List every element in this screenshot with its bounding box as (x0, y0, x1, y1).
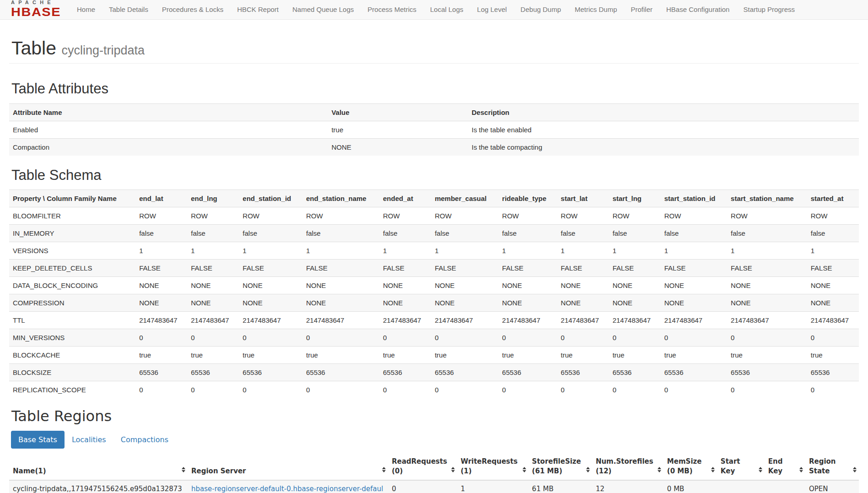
nav-item: Profiler (624, 0, 660, 19)
nav-item: Procedures & Locks (155, 0, 230, 19)
schema-property-value: false (557, 225, 609, 242)
schema-property-value: NONE (187, 294, 239, 312)
nav-link-process-metrics[interactable]: Process Metrics (361, 0, 423, 19)
regions-column-label: Region Server (191, 467, 246, 475)
regions-column-header[interactable]: Num.Storefiles (12) (592, 453, 663, 480)
regions-column-header[interactable]: StorefileSize (61 MB) (528, 453, 592, 480)
regions-tab-link[interactable]: Localities (65, 431, 113, 449)
nav-item: Startup Progress (736, 0, 802, 19)
nav-link-log-level[interactable]: Log Level (470, 0, 514, 19)
region-state: OPEN (805, 480, 859, 493)
nav-item: Metrics Dump (568, 0, 624, 19)
regions-column-label: WriteRequests (1) (461, 457, 518, 475)
nav-link-hbck-report[interactable]: HBCK Report (230, 0, 286, 19)
schema-property-value: 1 (609, 242, 661, 260)
attribute-value: true (328, 121, 468, 139)
schema-property-value: 0 (431, 381, 498, 399)
regions-column-header[interactable]: Start Key (717, 453, 765, 480)
nav-link-metrics-dump[interactable]: Metrics Dump (568, 0, 624, 19)
sort-icon[interactable] (658, 467, 661, 472)
schema-row: KEEP_DELETED_CELLSFALSEFALSEFALSEFALSEFA… (9, 260, 859, 277)
regions-column-header[interactable]: End Key (765, 453, 805, 480)
regions-column-label: Region State (809, 457, 836, 475)
regions-column-header[interactable]: Region Server (188, 453, 388, 480)
nav-item: Process Metrics (361, 0, 423, 19)
schema-property-value: true (498, 347, 557, 364)
schema-property-value: 2147483647 (727, 312, 807, 329)
sort-icon[interactable] (586, 467, 590, 472)
region-server-link[interactable]: hbase-regionserver-default-0.hbase-regio… (191, 485, 383, 493)
table-attributes-section: Table Attributes Attribute NameValueDesc… (9, 81, 859, 156)
region-start-key (717, 480, 765, 493)
schema-property-value: ROW (187, 207, 239, 225)
regions-column-header[interactable]: MemSize (0 MB) (663, 453, 717, 480)
sort-icon[interactable] (711, 467, 715, 472)
nav-link-debug-dump[interactable]: Debug Dump (514, 0, 568, 19)
schema-property-value: false (302, 225, 379, 242)
schema-row: REPLICATION_SCOPE000000000000 (9, 381, 859, 399)
nav-link-hbase-configuration[interactable]: HBase Configuration (659, 0, 736, 19)
schema-property-value: ROW (661, 207, 727, 225)
regions-column-header[interactable]: Region State (805, 453, 859, 480)
sort-icon[interactable] (182, 467, 185, 472)
page-content: Table cycling-tripdata Table Attributes … (0, 38, 868, 493)
nav-link-home[interactable]: Home (70, 0, 102, 19)
schema-property-name: MIN_VERSIONS (9, 329, 135, 347)
schema-property-value: false (379, 225, 431, 242)
schema-property-value: 0 (135, 381, 187, 399)
region-num-storefiles: 12 (592, 480, 663, 493)
nav-menu: HomeTable DetailsProcedures & LocksHBCK … (70, 0, 802, 19)
schema-property-value: ROW (135, 207, 187, 225)
schema-property-value: ROW (302, 207, 379, 225)
nav-link-table-details[interactable]: Table Details (102, 0, 155, 19)
apache-logo-text: APACHE (11, 0, 61, 5)
schema-property-value: true (239, 347, 302, 364)
sort-icon[interactable] (759, 467, 762, 472)
schema-property-value: 65536 (239, 364, 302, 381)
page-title-main: Table (11, 38, 56, 59)
regions-column-label: End Key (768, 457, 783, 475)
table-attributes-heading: Table Attributes (9, 81, 859, 97)
regions-column-header[interactable]: WriteRequests (1) (457, 453, 528, 480)
schema-row: COMPRESSIONNONENONENONENONENONENONENONEN… (9, 294, 859, 312)
sort-icon[interactable] (523, 467, 526, 472)
regions-tab-link[interactable]: Compactions (113, 431, 176, 449)
nav-link-named-queue-logs[interactable]: Named Queue Logs (286, 0, 361, 19)
schema-property-value: 2147483647 (661, 312, 727, 329)
attribute-description: Is the table compacting (468, 139, 859, 156)
schema-property-value: NONE (239, 294, 302, 312)
schema-property-value: 2147483647 (431, 312, 498, 329)
sort-icon[interactable] (799, 467, 803, 472)
schema-property-value: NONE (431, 294, 498, 312)
schema-property-value: 0 (498, 329, 557, 347)
sort-icon[interactable] (853, 467, 857, 472)
schema-property-value: NONE (239, 277, 302, 294)
regions-tab-link[interactable]: Base Stats (11, 431, 65, 449)
schema-property-value: 2147483647 (609, 312, 661, 329)
schema-property-value: 0 (807, 329, 859, 347)
schema-property-name: IN_MEMORY (9, 225, 135, 242)
schema-property-value: ROW (727, 207, 807, 225)
regions-column-header[interactable]: Name(1) (9, 453, 188, 480)
sort-icon[interactable] (451, 467, 455, 472)
schema-property-value: FALSE (661, 260, 727, 277)
nav-link-procedures-locks[interactable]: Procedures & Locks (155, 0, 230, 19)
regions-column-header[interactable]: ReadRequests (0) (388, 453, 457, 480)
sort-icon[interactable] (382, 467, 386, 472)
schema-property-value: FALSE (498, 260, 557, 277)
schema-property-value: false (609, 225, 661, 242)
table-attributes-table: Attribute NameValueDescriptionEnabledtru… (9, 103, 859, 156)
schema-family-header: end_station_id (239, 190, 302, 207)
nav-link-local-logs[interactable]: Local Logs (423, 0, 470, 19)
schema-property-value: ROW (239, 207, 302, 225)
schema-property-value: ROW (609, 207, 661, 225)
nav-item: HBCK Report (230, 0, 286, 19)
schema-property-value: 0 (661, 329, 727, 347)
hbase-logo[interactable]: APACHE HBASE (5, 0, 64, 20)
nav-link-startup-progress[interactable]: Startup Progress (736, 0, 802, 19)
attributes-column-header: Value (328, 104, 468, 121)
nav-link-profiler[interactable]: Profiler (624, 0, 660, 19)
schema-property-value: 0 (727, 381, 807, 399)
nav-item: HBase Configuration (659, 0, 736, 19)
schema-property-value: NONE (498, 294, 557, 312)
